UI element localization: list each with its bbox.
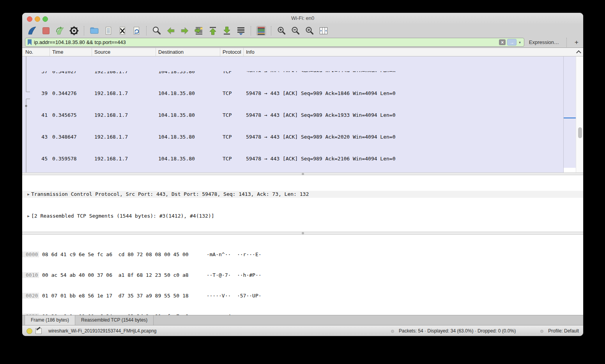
- window-title: Wi-Fi: en0: [22, 15, 583, 21]
- open-file-icon[interactable]: [89, 26, 99, 36]
- display-filter-input[interactable]: ip.addr==104.18.35.80 && tcp.port==443 ×…: [25, 38, 524, 47]
- hex-ascii[interactable]: · ·····4 ··=,····: [207, 313, 262, 315]
- reload-file-icon[interactable]: [131, 26, 142, 36]
- filter-separator: [566, 38, 567, 47]
- capture-options-icon[interactable]: [69, 26, 79, 36]
- packet-row[interactable]: 430.348647192.168.1.7104.18.35.80TCP5947…: [22, 134, 583, 141]
- cell-no: 41: [22, 112, 50, 119]
- column-header-time[interactable]: Time: [50, 48, 92, 56]
- hex-row[interactable]: 000008 6d 41 c9 6e 5e fc a6 cd 80 72 08 …: [22, 251, 583, 257]
- hex-row[interactable]: 001000 ac 54 ab 40 00 37 06 a1 8f 68 12 …: [22, 272, 583, 278]
- cell-no: 45: [22, 155, 50, 162]
- main-toolbar: [22, 25, 583, 37]
- minimap-selected-marker: [564, 118, 576, 118]
- packet-row[interactable]: 390.344276192.168.1.7104.18.35.80TCP5947…: [22, 90, 583, 97]
- hex-bytes[interactable]: 08 6d 41 c9 6e 5e fc a6 cd 80 72 08 08 0…: [42, 251, 189, 257]
- cell-protocol: TCP: [220, 155, 244, 162]
- filter-bar: ip.addr==104.18.35.80 && tcp.port==443 ×…: [22, 37, 583, 48]
- status-separator-dot-icon: [540, 330, 543, 333]
- packet-details-pane: ▶Transmission Control Protocol, Src Port…: [22, 175, 583, 232]
- go-forward-icon[interactable]: [180, 26, 190, 36]
- tab-reassembled-tcp[interactable]: Reassembled TCP (1544 bytes): [75, 315, 154, 325]
- title-bar: Wi-Fi: en0: [22, 13, 583, 25]
- cell-protocol: TCP: [220, 134, 244, 141]
- profile-indicator[interactable]: Profile: Default: [540, 328, 579, 334]
- cell-destination: 104.18.35.80: [156, 112, 220, 119]
- go-to-top-icon[interactable]: [208, 26, 218, 36]
- status-bar: wireshark_Wi-Fi_20191029153744_FMHjL4.pc…: [22, 325, 583, 336]
- stop-capture-icon[interactable]: [41, 26, 51, 36]
- packet-count-summary: Packets: 54 · Displayed: 34 (63.0%) · Dr…: [391, 328, 516, 334]
- close-file-icon[interactable]: [117, 26, 127, 36]
- cell-info: 59478 → 443 [ACK] Seq=989 Ack=1759 Win=4…: [244, 71, 583, 72]
- cell-no: 39: [22, 90, 50, 97]
- zoom-in-icon[interactable]: [276, 26, 287, 36]
- hex-bytes[interactable]: 00 ac 54 ab 40 00 37 06 a1 8f 68 12 23 5…: [42, 272, 189, 278]
- expander-icon[interactable]: ▶: [26, 191, 31, 198]
- filter-value[interactable]: ip.addr==104.18.35.80 && tcp.port==443: [34, 39, 499, 45]
- filter-clear-button[interactable]: ×: [499, 39, 506, 45]
- zoom-out-icon[interactable]: [290, 26, 301, 36]
- toolbar-separator: [146, 26, 147, 35]
- splitter-grip-icon: [302, 173, 304, 175]
- wireshark-fin-icon[interactable]: [27, 26, 37, 36]
- column-header-destination[interactable]: Destination: [156, 48, 220, 56]
- capture-filename[interactable]: wireshark_Wi-Fi_20191029153744_FMHjL4.pc…: [48, 328, 157, 334]
- go-to-bottom-icon[interactable]: [222, 26, 232, 36]
- capture-comment-icon[interactable]: [35, 328, 42, 334]
- packet-list: 370.341027192.168.1.7104.18.35.80TCP5947…: [22, 56, 583, 172]
- column-header-info[interactable]: Info: [244, 48, 583, 56]
- column-header-source[interactable]: Source: [92, 48, 156, 56]
- cell-protocol: TCP: [220, 71, 244, 72]
- restart-capture-icon[interactable]: [55, 26, 65, 36]
- scrollbar-thumb[interactable]: [578, 127, 582, 138]
- hex-ascii[interactable]: ·····V·· ·57··UP·: [207, 293, 262, 299]
- expander-icon[interactable]: ▶: [26, 213, 31, 220]
- find-packet-icon[interactable]: [152, 26, 162, 36]
- pane-splitter[interactable]: [22, 232, 583, 235]
- cell-destination: 104.18.35.80: [156, 71, 220, 72]
- hex-row[interactable]: 002001 07 01 bb e8 56 1e 17 d7 35 37 a9 …: [22, 293, 583, 299]
- packet-list-scrollbar[interactable]: [576, 56, 583, 172]
- hex-offset: 0000: [22, 251, 39, 257]
- filter-dropdown-caret-icon[interactable]: ▾: [519, 40, 521, 44]
- detail-text: [2 Reassembled TCP Segments (1544 bytes)…: [31, 213, 214, 220]
- tab-frame[interactable]: Frame (186 bytes): [25, 315, 75, 325]
- auto-scroll-icon[interactable]: [236, 26, 246, 36]
- hex-ascii[interactable]: ··T·@·7· ··h·#P··: [207, 272, 262, 278]
- column-header-protocol[interactable]: Protocol: [220, 48, 244, 56]
- hex-bytes[interactable]: 00 20 c6 1a 00 00 a6 34 aa 83 3d 2c 91 e…: [42, 313, 189, 315]
- hex-offset: 0010: [22, 272, 39, 278]
- go-to-packet-icon[interactable]: [194, 26, 204, 36]
- cell-source: 192.168.1.7: [92, 90, 156, 97]
- zoom-reset-icon[interactable]: [304, 26, 315, 36]
- add-filter-button[interactable]: +: [575, 39, 578, 46]
- hex-bytes[interactable]: 01 07 01 bb e8 56 1e 17 d7 35 37 a9 89 5…: [42, 293, 189, 299]
- packet-row[interactable]: 410.345675192.168.1.7104.18.35.80TCP5947…: [22, 112, 583, 119]
- hex-ascii[interactable]: ·mA·n^·· ··r···E·: [207, 251, 262, 257]
- toolbar-separator: [271, 26, 272, 35]
- colorize-packets-icon[interactable]: [256, 26, 266, 36]
- expression-button[interactable]: Expression…: [529, 39, 559, 45]
- go-back-icon[interactable]: [166, 26, 176, 36]
- cell-destination: 104.18.35.80: [156, 90, 220, 97]
- detail-row[interactable]: ▶[2 Reassembled TCP Segments (1544 bytes…: [22, 213, 583, 220]
- column-header-no[interactable]: No.: [22, 48, 50, 56]
- status-separator-dot-icon: [391, 330, 394, 333]
- cell-source: 192.168.1.7: [92, 71, 156, 72]
- packet-row[interactable]: 450.359578192.168.1.7104.18.35.80TCP5947…: [22, 155, 583, 162]
- save-file-icon[interactable]: [103, 26, 113, 36]
- pane-splitter[interactable]: [22, 172, 583, 175]
- filter-bookmark-icon[interactable]: [28, 39, 32, 45]
- resize-columns-icon[interactable]: [318, 26, 329, 36]
- packet-row[interactable]: 370.341027192.168.1.7104.18.35.80TCP5947…: [22, 71, 583, 75]
- packet-bytes-pane: 000008 6d 41 c9 6e 5e fc a6 cd 80 72 08 …: [22, 235, 583, 315]
- cell-source: 192.168.1.7: [92, 112, 156, 119]
- cell-info: 59478 → 443 [ACK] Seq=989 Ack=1846 Win=4…: [244, 90, 583, 97]
- hex-offset: 0030: [22, 313, 39, 315]
- cell-no: 43: [22, 134, 50, 141]
- expert-info-icon[interactable]: [27, 328, 32, 334]
- detail-row[interactable]: ▶Transmission Control Protocol, Src Port…: [22, 191, 583, 198]
- cell-time: 0.348647: [50, 134, 92, 141]
- filter-apply-button[interactable]: →: [507, 39, 517, 46]
